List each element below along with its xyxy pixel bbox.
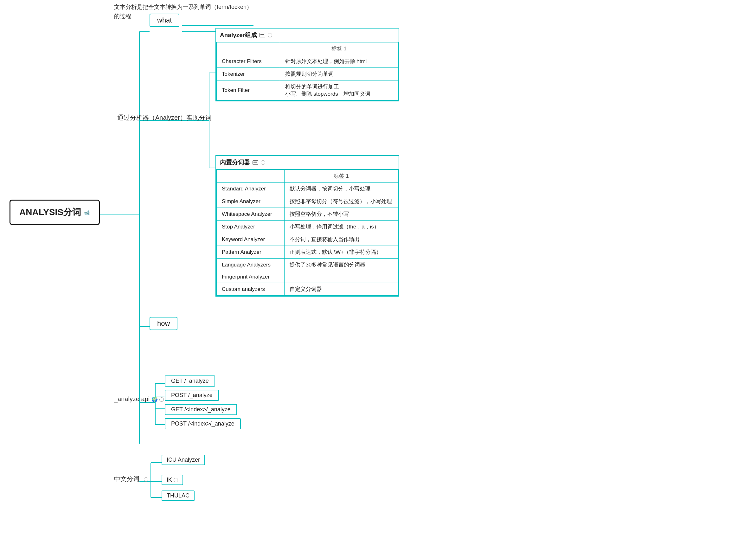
analyzer-table-title: Analyzer组成 [216, 29, 399, 42]
zh-item: IK [162, 475, 183, 485]
table-row: Character Filters针对原始文本处理，例如去除 html [216, 55, 398, 68]
table2-content: 标签 1 Standard Analyzer默认分词器，按词切分，小写处理Sim… [216, 169, 399, 296]
table2-row-value: 按照非字母切分（符号被过滤），小写处理 [284, 195, 398, 208]
zh-circle-icon [144, 477, 148, 482]
table2-row-label: Simple Analyzer [216, 195, 284, 208]
table2-circle [261, 160, 265, 165]
api-icon: 🌍 [151, 397, 158, 402]
table2-row-value: 按照空格切分，不转小写 [284, 208, 398, 221]
api-item: GET /<index>/_analyze [165, 404, 237, 415]
table2-row-value: 默认分词器，按词切分，小写处理 [284, 183, 398, 195]
table1-icon [259, 33, 265, 37]
table2-row-value: 不分词，直接将输入当作输出 [284, 233, 398, 246]
ik-circle-icon [174, 478, 178, 482]
table-row: Whitespace Analyzer按照空格切分，不转小写 [216, 208, 398, 221]
table-row: Simple Analyzer按照非字母切分（符号被过滤），小写处理 [216, 195, 398, 208]
table-row: Custom analyzers自定义分词器 [216, 283, 398, 296]
table-row: Stop Analyzer小写处理，停用词过滤（the，a，is） [216, 221, 398, 233]
zh-item: ICU Analyzer [162, 455, 205, 465]
api-branch-label: _analyze api 🌍 [114, 395, 164, 403]
what-node[interactable]: what [150, 14, 179, 27]
top-annotation-line2: 的过程 [114, 12, 252, 21]
table2-row-label: Keyword Analyzer [216, 233, 284, 246]
table2-row-label: Standard Analyzer [216, 183, 284, 195]
table2-title: 内置分词器 [220, 158, 250, 167]
table1-row-label: Character Filters [216, 55, 280, 68]
table2-icon [253, 160, 258, 165]
table2-row-value: 正则表达式，默认 \W+（非字符分隔） [284, 246, 398, 259]
table1-header-tag: 标签 1 [280, 42, 398, 55]
builtin-analyzer-table: 内置分词器 标签 1 Standard Analyzer默认分词器，按词切分，小… [215, 155, 399, 297]
table1-content: 标签 1 Character Filters针对原始文本处理，例如去除 html… [216, 42, 399, 101]
zh-item: THULAC [162, 491, 195, 501]
table2-row-label: Fingerprint Analyzer [216, 271, 284, 283]
table-row: Fingerprint Analyzer [216, 271, 398, 283]
table2-row-label: Custom analyzers [216, 283, 284, 296]
table2-row-value [284, 271, 398, 283]
table2-row-label: Stop Analyzer [216, 221, 284, 233]
root-icon: 🐋 [84, 210, 90, 215]
table1-row-label: Tokenizer [216, 68, 280, 80]
table-row: Tokenizer按照规则切分为单词 [216, 68, 398, 80]
table1-row-value: 针对原始文本处理，例如去除 html [280, 55, 398, 68]
api-item: POST /<index>/_analyze [165, 418, 241, 429]
analyzer-table: Analyzer组成 标签 1 Character Filters针对原始文本处… [215, 28, 399, 101]
table-row: Token Filter将切分的单词进行加工 小写、删除 stopwords、增… [216, 80, 398, 101]
table2-row-label: Language Analyzers [216, 259, 284, 271]
table-row: Standard Analyzer默认分词器，按词切分，小写处理 [216, 183, 398, 195]
table-row: Language Analyzers提供了30多种常见语言的分词器 [216, 259, 398, 271]
table1-title: Analyzer组成 [220, 31, 257, 39]
root-node: ANALYSIS分词 🐋 [10, 200, 100, 225]
table2-row-value: 提供了30多种常见语言的分词器 [284, 259, 398, 271]
top-annotation-line1: 文本分析是把全文本转换为一系列单词（term/tocken） [114, 3, 252, 12]
api-item: GET /_analyze [165, 375, 215, 387]
analyzer-branch-label: 通过分析器（Analyzer）实现分词 [117, 113, 212, 122]
table2-row-value: 自定义分词器 [284, 283, 398, 296]
table1-circle [268, 33, 272, 37]
table2-row-value: 小写处理，停用词过滤（the，a，is） [284, 221, 398, 233]
table2-row-label: Pattern Analyzer [216, 246, 284, 259]
api-circle-icon [159, 397, 164, 402]
table-row: Pattern Analyzer正则表达式，默认 \W+（非字符分隔） [216, 246, 398, 259]
zh-branch-label: 中文分词 [114, 475, 148, 483]
table1-row-value: 按照规则切分为单词 [280, 68, 398, 80]
top-annotation: 文本分析是把全文本转换为一系列单词（term/tocken） 的过程 [114, 3, 252, 21]
table-row: Keyword Analyzer不分词，直接将输入当作输出 [216, 233, 398, 246]
table1-row-value: 将切分的单词进行加工 小写、删除 stopwords、增加同义词 [280, 80, 398, 101]
table2-row-label: Whitespace Analyzer [216, 208, 284, 221]
table2-header-tag: 标签 1 [284, 170, 398, 183]
table2-header-label [216, 170, 284, 183]
api-item: POST /_analyze [165, 390, 219, 401]
table1-header-label [216, 42, 280, 55]
table1-row-label: Token Filter [216, 80, 280, 101]
root-label: ANALYSIS分词 [19, 207, 81, 217]
how-node[interactable]: how [150, 317, 177, 330]
what-label: what [157, 16, 172, 24]
table2-title-row: 内置分词器 [216, 156, 399, 169]
how-label: how [157, 319, 170, 327]
